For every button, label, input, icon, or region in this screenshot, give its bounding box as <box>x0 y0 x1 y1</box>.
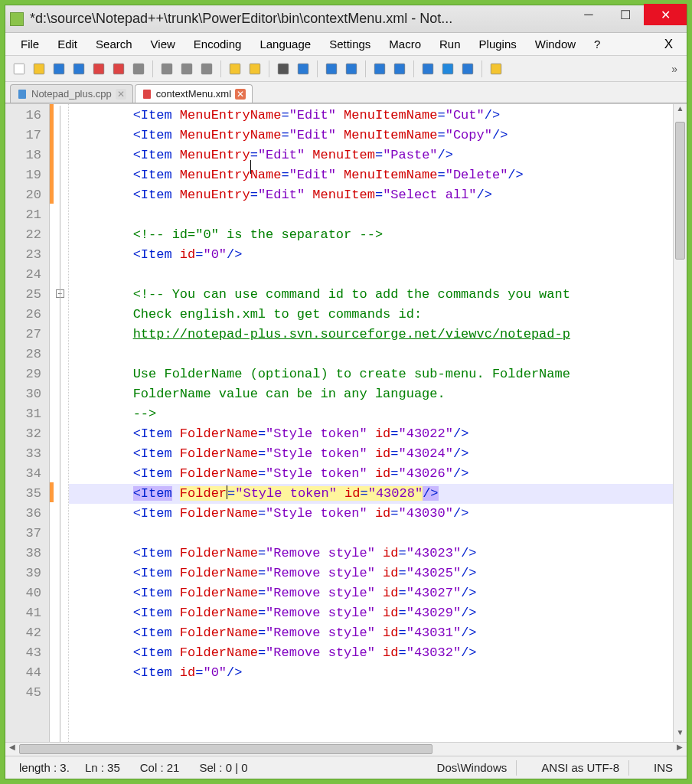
line-number[interactable]: 34 <box>5 464 49 484</box>
line-number-gutter[interactable]: 1617181920212223242526272829303132333435… <box>5 104 50 742</box>
menu-window[interactable]: Window <box>526 34 585 54</box>
menu-encoding[interactable]: Encoding <box>184 34 251 54</box>
copy-button[interactable] <box>178 60 196 78</box>
code-line[interactable]: http://notepad-plus.svn.sourceforge.net/… <box>69 325 673 345</box>
code-line[interactable]: <Item MenuEntry="Edit" MenuItem="Select … <box>69 185 673 205</box>
show-all-button[interactable] <box>439 60 457 78</box>
line-number[interactable]: 35 <box>5 484 49 504</box>
paste-button[interactable] <box>197 60 216 78</box>
status-encoding[interactable]: ANSI as UTF-8 <box>534 761 627 774</box>
zoom-in-button[interactable] <box>322 60 341 78</box>
scroll-right-icon[interactable]: ▶ <box>673 743 687 756</box>
close-all-button[interactable] <box>109 60 128 78</box>
code-line[interactable]: <!-- id="0" is the separator --> <box>69 225 673 245</box>
scroll-up-icon[interactable]: ▲ <box>674 104 687 118</box>
undo-button[interactable] <box>226 60 244 78</box>
code-line[interactable]: <Item MenuEntryName="Edit" MenuItemName=… <box>69 126 673 145</box>
code-line[interactable]: FolderName value can be in any language. <box>69 384 673 404</box>
vertical-scrollbar[interactable]: ▲ ▼ <box>673 104 687 742</box>
sync-v-button[interactable] <box>370 60 389 78</box>
line-number[interactable]: 37 <box>5 524 49 544</box>
line-number[interactable]: 42 <box>5 623 49 643</box>
titlebar[interactable]: *d:\source\Notepad++\trunk\PowerEditor\b… <box>5 5 687 33</box>
save-all-button[interactable] <box>70 60 88 78</box>
hscroll-thumb[interactable] <box>19 744 432 754</box>
wrap-button[interactable] <box>419 60 437 78</box>
line-number[interactable]: 16 <box>5 106 49 126</box>
line-number[interactable]: 45 <box>5 683 49 703</box>
code-line[interactable]: <Item FolderName="Style token" id="43022… <box>69 424 673 444</box>
line-number[interactable]: 25 <box>5 285 49 305</box>
line-number[interactable]: 22 <box>5 225 49 245</box>
code-area[interactable]: <Item MenuEntryName="Edit" MenuItemName=… <box>69 104 673 742</box>
code-line[interactable]: <Item MenuEntryName="Edit" MenuItemName=… <box>69 106 673 126</box>
code-line[interactable]: --> <box>69 404 673 424</box>
code-line[interactable] <box>69 524 673 544</box>
scroll-thumb[interactable] <box>675 122 685 260</box>
menu-edit[interactable]: Edit <box>48 34 86 54</box>
line-number[interactable]: 18 <box>5 145 49 165</box>
close-button[interactable]: ✕ <box>644 4 687 25</box>
status-eol[interactable]: Dos\Windows <box>429 761 515 774</box>
sync-h-button[interactable] <box>390 60 409 78</box>
code-line[interactable] <box>69 683 673 703</box>
code-line[interactable]: <!-- You can use command id to add the c… <box>69 285 673 305</box>
code-line[interactable]: <Item FolderName="Style token" id="43024… <box>69 444 673 464</box>
scroll-track[interactable] <box>674 118 687 728</box>
menu-view[interactable]: View <box>142 34 184 54</box>
line-number[interactable]: 43 <box>5 643 49 663</box>
code-line[interactable]: <Item MenuEntryName="Edit" MenuItemName=… <box>69 165 673 185</box>
line-number[interactable]: 27 <box>5 325 49 345</box>
code-line[interactable]: <Item FolderName="Remove style" id="4303… <box>69 623 673 643</box>
line-number[interactable]: 30 <box>5 384 49 404</box>
status-insert-mode[interactable]: INS <box>646 761 681 774</box>
line-number[interactable]: 44 <box>5 663 49 683</box>
zoom-out-button[interactable] <box>342 60 361 78</box>
tab-close-icon[interactable]: ✕ <box>235 89 246 100</box>
scroll-down-icon[interactable]: ▼ <box>674 728 687 742</box>
line-number[interactable]: 19 <box>5 165 49 185</box>
close-button[interactable] <box>90 60 108 78</box>
line-number[interactable]: 29 <box>5 364 49 384</box>
code-line[interactable]: <Item FolderName="Remove style" id="4302… <box>69 583 673 603</box>
code-line[interactable] <box>69 265 673 285</box>
toolbar-overflow-button[interactable]: » <box>667 63 682 75</box>
new-button[interactable] <box>10 60 28 78</box>
line-number[interactable]: 32 <box>5 424 49 444</box>
line-number[interactable]: 33 <box>5 444 49 464</box>
save-button[interactable] <box>50 60 68 78</box>
replace-button[interactable] <box>294 60 312 78</box>
tab-notepad_plus-cpp[interactable]: Notepad_plus.cpp✕ <box>10 84 133 103</box>
menu-plugins[interactable]: Plugins <box>470 34 526 54</box>
line-number[interactable]: 20 <box>5 185 49 205</box>
code-line[interactable]: <Item FolderName="Remove style" id="4302… <box>69 544 673 564</box>
line-number[interactable]: 26 <box>5 305 49 325</box>
line-number[interactable]: 39 <box>5 564 49 583</box>
horizontal-scrollbar[interactable]: ◀ ▶ <box>5 742 687 756</box>
code-line[interactable]: <Item FolderName="Style token" id="43026… <box>69 464 673 484</box>
line-number[interactable]: 24 <box>5 265 49 285</box>
menu-run[interactable]: Run <box>430 34 470 54</box>
open-button[interactable] <box>30 60 48 78</box>
code-line[interactable] <box>69 345 673 364</box>
line-number[interactable]: 17 <box>5 126 49 145</box>
close-document-button[interactable]: X <box>657 34 681 55</box>
code-line[interactable]: <Item FolderName="Style token" id="43030… <box>69 504 673 524</box>
menu-language[interactable]: Language <box>250 34 320 54</box>
menu-help[interactable]: ? <box>585 34 609 54</box>
menu-macro[interactable]: Macro <box>380 34 430 54</box>
code-line[interactable]: <Item FolderName="Remove style" id="4302… <box>69 564 673 583</box>
line-number[interactable]: 23 <box>5 245 49 265</box>
menu-file[interactable]: File <box>11 34 48 54</box>
code-line[interactable]: <Item Folder="Style token" id="43028"/> <box>69 484 673 504</box>
redo-button[interactable] <box>246 60 264 78</box>
scroll-left-icon[interactable]: ◀ <box>5 743 19 756</box>
code-line[interactable]: <Item FolderName="Remove style" id="4302… <box>69 603 673 623</box>
fold-column[interactable]: − <box>54 104 69 742</box>
line-number[interactable]: 31 <box>5 404 49 424</box>
maximize-button[interactable]: ☐ <box>607 4 644 25</box>
code-line[interactable] <box>69 205 673 225</box>
tab-close-icon[interactable]: ✕ <box>116 89 126 100</box>
indent-guide-button[interactable] <box>459 60 477 78</box>
line-number[interactable]: 36 <box>5 504 49 524</box>
